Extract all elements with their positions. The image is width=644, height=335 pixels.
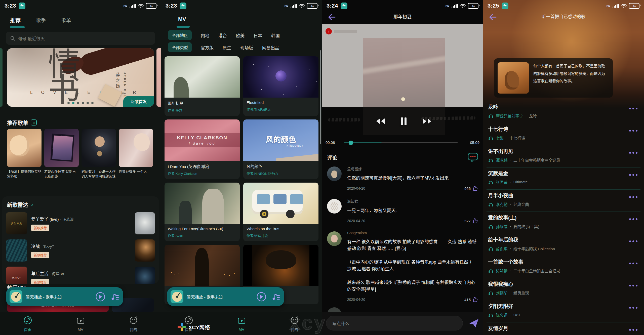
more-options-icon[interactable] — [629, 174, 637, 176]
play-queue-icon[interactable] — [111, 292, 120, 301]
mv-thumbnail: KELLY CLARKSONI dare you — [165, 119, 240, 161]
song-row[interactable]: 龙吟 摩登兄弟刘宇宁-龙吟 — [483, 101, 644, 123]
mv-card[interactable]: 那年初夏 作者:任然 — [165, 56, 240, 116]
radar-song-row[interactable]: 冷战 - TizzyT 新歌推荐 — [2, 237, 159, 264]
back-button[interactable] — [326, 12, 337, 23]
search-input[interactable]: 句号 最近很火 — [6, 32, 155, 45]
more-options-icon[interactable] — [629, 196, 637, 198]
song-row[interactable]: 友情岁月 — [483, 322, 644, 335]
more-options-icon[interactable] — [629, 152, 637, 154]
more-options-icon[interactable] — [629, 240, 637, 242]
comment-username: SongYatiom — [347, 231, 478, 235]
comment-item[interactable]: 鱼与蜜蜂 任然的网速可真是慢啊[大哭]，都六年了MV才发出来 2020-04-2… — [327, 166, 478, 191]
like-button[interactable]: 527 — [464, 218, 478, 224]
playlist-card[interactable]: 时间有泪—香港十大作词人写尽世间酸甜苦辣 — [82, 129, 116, 179]
comment-input[interactable]: 写点什么... — [326, 316, 463, 330]
more-options-icon[interactable] — [629, 108, 637, 109]
song-row[interactable]: 月半小夜曲 李克勤-经典金曲 — [483, 190, 644, 212]
nav-mv[interactable]: MV — [68, 312, 93, 335]
avatar — [327, 199, 342, 214]
filter-region[interactable]: 港台 — [218, 32, 227, 38]
mv-card[interactable]: Electrified 作者:TheFatRat — [243, 56, 318, 116]
filter-all-regions[interactable]: 全部地区 — [168, 30, 192, 40]
play-queue-icon[interactable] — [272, 292, 281, 301]
pause-button[interactable] — [400, 117, 408, 125]
credit-text-art — [328, 118, 360, 121]
send-button[interactable] — [468, 317, 479, 328]
more-options-icon[interactable] — [629, 307, 637, 309]
filter-all-types[interactable]: 全部类型 — [168, 42, 192, 52]
back-button[interactable] — [487, 12, 498, 23]
new-release-badge[interactable]: 新歌首发 — [123, 96, 154, 107]
play-button[interactable] — [95, 291, 106, 302]
nav-mine[interactable]: 我的 — [121, 312, 145, 335]
mv-thumbnail — [243, 245, 318, 286]
song-row[interactable]: 爱的故事(上) 孙耀威-爱的故事(上集) — [483, 212, 644, 234]
video-player[interactable]: ♪ — [322, 24, 483, 107]
song-row[interactable]: 我恨我痴心 刘德华-经典重现 — [483, 278, 644, 300]
comment-list[interactable]: 鱼与蜜蜂 任然的网速可真是慢啊[大哭]，都六年了MV才发出来 2020-04-2… — [322, 166, 483, 311]
more-options-icon[interactable] — [629, 329, 637, 331]
song-list[interactable]: 龙吟 摩登兄弟刘宇宁-龙吟 十七行诗 七梨-十七行诗 讲不出再见 谭咏麟-二十年… — [483, 101, 644, 335]
like-button[interactable]: 966 — [464, 185, 478, 191]
filter-region[interactable]: 韩国 — [271, 32, 280, 38]
back-arrow-icon — [487, 12, 498, 23]
progress-thumb[interactable] — [349, 141, 353, 145]
wifi-icon — [460, 4, 466, 8]
status-bar: 3:23 HD 41 — [0, 0, 161, 12]
radar-song-row[interactable]: 普通人生 幕后生活 - 海洋Bo 新歌推荐 — [2, 264, 159, 284]
comment-item[interactable]: SongYatiom 有一种 很久以前读过的故事 拍成了电影的感觉 ……久违 熟… — [327, 231, 478, 303]
song-row[interactable]: 夕阳无限好 陈奕迅-U87 — [483, 300, 644, 322]
tab-mv-title: MV — [178, 16, 186, 22]
comment-bubble-icon[interactable] — [467, 152, 478, 162]
section-playlists-header: 推荐歌单 ♫ — [7, 119, 37, 126]
song-row[interactable]: 一首歌一个故事 谭咏麟-二十年白金畅销金曲全记录 — [483, 256, 644, 278]
filter-type[interactable]: 原生 — [223, 44, 231, 51]
nav-home[interactable]: 首页 — [16, 312, 40, 335]
comment-text: 有一种 很久以前读过的故事 拍成了电影的感觉 ……久违 熟悉 遗憾 感动 欣慰 … — [347, 238, 478, 293]
mv-card[interactable]: 风的颜色NINEONE# 风的颜色 作者:NINEONE#乃万 — [243, 119, 318, 179]
filter-region[interactable]: 欧美 — [236, 32, 245, 38]
scrollbar[interactable] — [320, 50, 321, 144]
filter-type[interactable]: 现场版 — [240, 44, 253, 51]
song-row[interactable]: 讲不出再见 谭咏麟-二十年白金畅销金曲全记录 — [483, 145, 644, 168]
mv-card[interactable]: Wheels on the Bus 作者:斑马儿歌 — [243, 183, 318, 241]
tab-singer[interactable]: 歌手 — [36, 17, 46, 23]
playlist-card[interactable]: 你曾经有多 一个人 — [119, 129, 153, 179]
song-row[interactable]: 十七行诗 七梨-十七行诗 — [483, 123, 644, 145]
region-filter-row: 全部地区 内地 港台 欧美 日本 韩国 — [168, 30, 280, 40]
playlist-cover — [82, 129, 116, 167]
play-button[interactable] — [256, 291, 267, 302]
filter-region[interactable]: 日本 — [254, 32, 262, 38]
more-options-icon[interactable] — [629, 130, 637, 132]
filter-region[interactable]: 内地 — [201, 32, 209, 38]
song-row[interactable]: 沉默是金 张国荣-Ultimate — [483, 168, 644, 190]
banner-love-letter[interactable]: 情书 L O V E L E T T E R 薛之谦JOKER XUE 新歌首发 — [7, 48, 154, 107]
progress-bar[interactable] — [344, 142, 458, 143]
rewind-button[interactable] — [375, 118, 385, 124]
comment-text: 任然的网速可真是慢啊[大哭]，都六年了MV才发出来 — [347, 175, 478, 182]
status-time: 3:24 — [327, 3, 338, 9]
mv-card[interactable]: KELLY CLARKSONI dare you I Dare You (英语歌… — [165, 119, 240, 179]
like-button[interactable]: 415 — [464, 297, 478, 303]
mv-card[interactable]: Waiting For Love(Director's Cut) 作者:Avic… — [165, 183, 240, 241]
wifi-icon — [299, 4, 305, 8]
tab-recommend[interactable]: 推荐 — [10, 16, 21, 24]
radar-song-row[interactable]: 声生不息 爱丫爱丫 (live) - 汪苏泷 新歌推荐 — [2, 210, 159, 237]
song-artist: 海洋Bo — [52, 272, 64, 276]
mini-player-bar[interactable]: 暂无播放 - 歌手未知 — [167, 287, 284, 306]
carousel-dots[interactable] — [7, 102, 154, 104]
more-options-icon[interactable] — [629, 218, 637, 220]
status-bar: 3:24 HD 41 — [322, 0, 483, 12]
more-options-icon[interactable] — [629, 285, 637, 286]
playlist-card[interactable]: 若是心怀旧梦 就别再无疾而终 — [44, 129, 79, 179]
filter-type[interactable]: 官方版 — [201, 44, 214, 51]
comment-item[interactable]: 温知锦 一晃三两年，匆匆又夏天。 2020-04-20 527 — [327, 198, 478, 224]
song-row[interactable]: 给十年后的我 薛凯琪-给十年后的我 Collection — [483, 234, 644, 256]
playlist-card[interactable]: 【R&B】慵懒的感觉非常舒服 — [7, 129, 42, 179]
mini-player-bar[interactable]: 暂无播放 - 歌手未知 — [6, 287, 123, 306]
filter-type[interactable]: 网易出品 — [262, 44, 279, 51]
nav-mv[interactable]: MV — [229, 312, 254, 335]
more-options-icon[interactable] — [629, 263, 637, 264]
tab-playlist[interactable]: 歌单 — [61, 17, 71, 23]
